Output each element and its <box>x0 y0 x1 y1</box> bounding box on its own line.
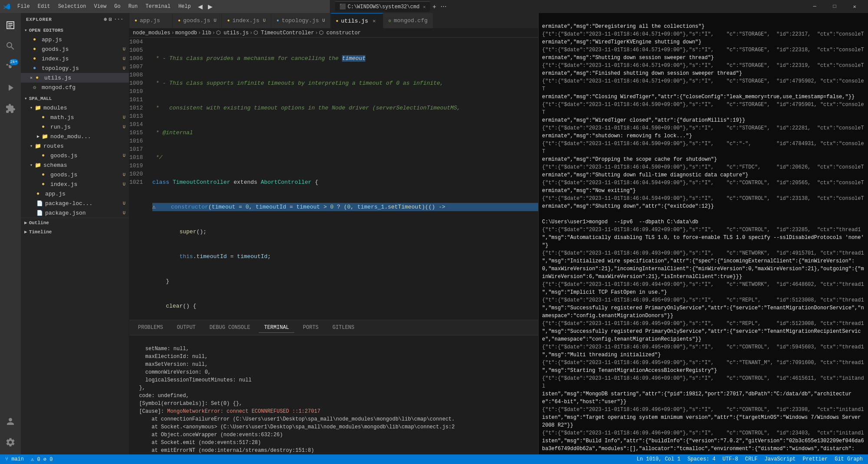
menu-view[interactable]: View <box>90 3 110 10</box>
activity-account[interactable] <box>0 411 21 432</box>
add-terminal-button[interactable]: + <box>431 2 438 11</box>
cmd-tab[interactable]: ⬛ C:\WINDOWS\system32\cmd ✕ <box>335 1 430 12</box>
code-line-1009: class TimeoutController extends AbortCon… <box>152 178 538 186</box>
breadcrumb-timeoutcontroller[interactable]: ⬡ TimeoutController <box>253 30 314 36</box>
status-spaces[interactable]: Spaces: 4 <box>686 456 717 462</box>
breadcrumb-lib[interactable]: lib <box>202 30 211 36</box>
status-left: ⑂ main ⚠ 0 ⊘ 0 <box>3 456 54 463</box>
tab-mongodcfg[interactable]: ⚙ mongod.cfg <box>383 13 433 28</box>
tab-indexjs-badge: U <box>263 18 266 23</box>
tab-terminal[interactable]: TERMINAL <box>259 323 294 333</box>
line-numbers: 1004 1005 1006 1007 1008 1009 1010 1011 … <box>129 38 149 320</box>
menu-edit[interactable]: Edit <box>34 3 54 10</box>
tree-mathjs[interactable]: ● math.js U <box>21 113 129 122</box>
open-editor-goodsjs[interactable]: ● goods.js U <box>21 44 129 54</box>
status-prettier[interactable]: Prettier <box>801 456 830 462</box>
outline-header[interactable]: ▶ Outline <box>21 218 129 227</box>
tab-problems[interactable]: PROBLEMS <box>133 323 168 332</box>
code-editor[interactable]: 1004 1005 1006 1007 1008 1009 1010 1011 … <box>129 38 538 320</box>
tree-modules-folder[interactable]: ▾ 📁 modules <box>21 103 129 113</box>
status-gitgraph[interactable]: Git Graph <box>833 456 865 462</box>
code-content[interactable]: * - This class provides a mechanism for … <box>149 38 538 320</box>
tree-runjs[interactable]: ● run.js U <box>21 122 129 132</box>
breadcrumb-utils[interactable]: ⬡ utils.js <box>216 30 249 36</box>
breadcrumb-node-modules[interactable]: node_modules <box>133 30 170 36</box>
menu-selection[interactable]: Selection <box>55 3 90 10</box>
tree-package-lock[interactable]: 📄 package-loc... U <box>21 199 129 208</box>
breadcrumb-mongodb[interactable]: mongodb <box>175 30 197 36</box>
tree-appjs[interactable]: ● app.js <box>21 189 129 199</box>
tree-schemas-indexjs[interactable]: ● index.js U <box>21 179 129 189</box>
cmd-tab-close[interactable]: ✕ <box>423 4 426 10</box>
outline-section: ▶ Outline ▶ Timeline <box>21 218 129 236</box>
status-bar: ⑂ main ⚠ 0 ⊘ 0 Ln 1010, Col 1 Spaces: 4 … <box>0 454 868 464</box>
menu-go[interactable]: Go <box>111 3 124 10</box>
status-errors[interactable]: ⚠ 0 ⊘ 0 <box>29 456 54 463</box>
activity-extensions[interactable] <box>0 98 21 119</box>
terminal-more-button[interactable]: ⋯ <box>439 2 448 11</box>
activity-run-debug[interactable] <box>0 77 21 98</box>
nav-back-button[interactable]: ◀ <box>196 2 204 11</box>
tab-debug-console[interactable]: DEBUG CONSOLE <box>204 323 256 332</box>
activity-settings[interactable] <box>0 432 21 453</box>
status-encoding[interactable]: UTF-8 <box>721 456 740 462</box>
right-panel-content[interactable]: erminate","msg":"Deregistering all the c… <box>539 13 868 454</box>
close-button[interactable]: ✕ <box>845 0 865 13</box>
open-editor-utilsjs[interactable]: ✕ ● utils.js <box>21 73 129 83</box>
activity-explorer[interactable] <box>0 15 21 36</box>
open-editor-topologyjs[interactable]: ● topology.js U <box>21 63 129 73</box>
new-file-icon[interactable]: ⊕ <box>104 17 108 22</box>
tree-routes-folder[interactable]: ▾ 📁 routes <box>21 141 129 151</box>
menu-file[interactable]: File <box>14 3 33 10</box>
timeline-header[interactable]: ▶ Timeline <box>21 227 129 236</box>
activity-search[interactable] <box>0 36 21 56</box>
window-controls: ─ □ ✕ <box>805 0 865 13</box>
breadcrumb-constructor[interactable]: ⬡ constructor <box>319 30 361 36</box>
open-editor-indexjs[interactable]: ● index.js U <box>21 54 129 63</box>
open-editors-section[interactable]: ▾ OPEN EDITORS <box>21 26 129 35</box>
tree-node-modules[interactable]: ▶ 📁 node_modu... <box>21 132 129 141</box>
tab-goodsjs[interactable]: ● goods.js U <box>173 13 222 28</box>
code-line-1007: * @internal <box>152 129 538 137</box>
tab-bar: ● app.js ● goods.js U ● index.js U ● top… <box>129 13 538 28</box>
menu-help[interactable]: Help <box>175 3 194 10</box>
new-folder-icon[interactable]: ⊡ <box>109 17 112 22</box>
tree-schemas-folder[interactable]: ▾ 📁 schemas <box>21 160 129 170</box>
tab-ports[interactable]: PORTS <box>298 323 324 332</box>
activity-source-control[interactable]: 2k+ <box>0 56 21 77</box>
tab-topologyjs[interactable]: ● topology.js U <box>271 13 331 28</box>
tree-schemas-goodsjs[interactable]: ● goods.js U <box>21 170 129 179</box>
spa-mall-section[interactable]: ▾ SPA_MALL <box>21 94 129 103</box>
status-branch[interactable]: ⑂ main <box>3 456 26 462</box>
tab-appjs[interactable]: ● app.js <box>129 13 173 28</box>
close-icon-utils[interactable]: ✕ <box>28 75 35 80</box>
status-language[interactable]: JavaScript <box>763 456 798 462</box>
vscode-icon <box>3 3 10 10</box>
tab-indexjs[interactable]: ● index.js U <box>222 13 271 28</box>
cmd-tab-label: C:\WINDOWS\system32\cmd <box>348 4 420 10</box>
tree-packagejson[interactable]: 📄 package.json U <box>21 208 129 218</box>
status-eol[interactable]: CRLF <box>743 456 760 462</box>
tab-gitlens[interactable]: GITLENS <box>327 323 359 332</box>
menu-terminal[interactable]: Terminal <box>142 3 174 10</box>
sidebar-actions: ⊕ ⊡ ··· <box>104 17 124 22</box>
code-line-1012: this.timeoutId = timeoutId; <box>152 252 538 261</box>
activity-bar: 2k+ <box>0 13 21 454</box>
more-actions-icon[interactable]: ··· <box>114 17 124 22</box>
open-editor-mongodcfg[interactable]: ⚙ mongod.cfg <box>21 83 129 92</box>
tab-appjs-label: app.js <box>140 17 160 24</box>
maximize-button[interactable]: □ <box>825 0 845 13</box>
nav-forward-button[interactable]: ▶ <box>206 2 214 11</box>
tree-routes-goodsjs[interactable]: ● goods.js U <box>21 151 129 160</box>
file-icon-topology: ● <box>33 65 40 71</box>
tab-utilsjs[interactable]: ● utils.js ✕ <box>331 13 383 28</box>
terminal-content[interactable]: setName: null, maxElectionId: null, maxS… <box>129 335 538 454</box>
open-editor-appjs[interactable]: ● app.js <box>21 35 129 44</box>
tab-output[interactable]: OUTPUT <box>172 323 201 332</box>
minimize-button[interactable]: ─ <box>805 0 825 13</box>
tab-utilsjs-close[interactable]: ✕ <box>371 17 378 24</box>
status-cursor[interactable]: Ln 1010, Col 1 <box>635 456 682 462</box>
breadcrumb-sep3: › <box>212 30 215 36</box>
menu-run[interactable]: Run <box>125 3 141 10</box>
title-bar: File Edit Selection View Go Run Terminal… <box>0 0 868 13</box>
